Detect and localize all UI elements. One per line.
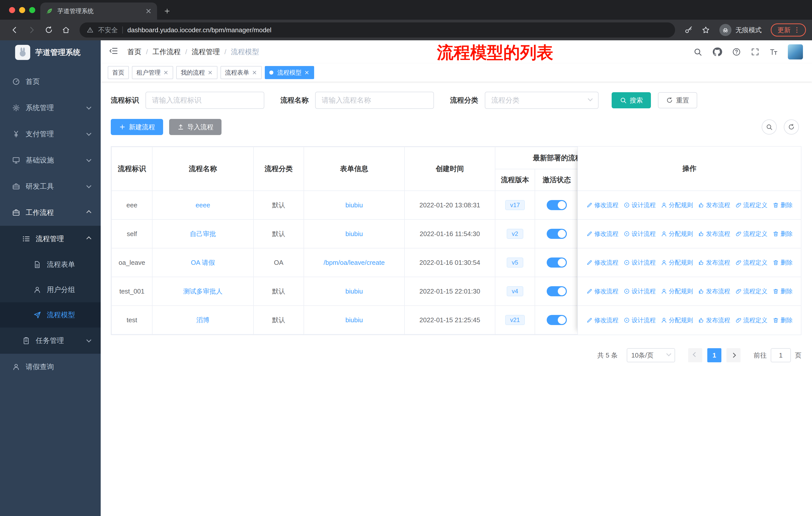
delete-link[interactable]: 删除 — [773, 316, 793, 324]
breadcrumb-item[interactable]: 首页 — [127, 47, 141, 57]
form-info-link[interactable]: biubiu — [345, 230, 363, 238]
process-name-input[interactable] — [315, 92, 434, 109]
process-category-select[interactable]: 流程分类 — [485, 92, 599, 109]
reset-button[interactable]: 重置 — [658, 92, 697, 108]
goto-page-input[interactable] — [771, 348, 791, 362]
sidebar-item-workflow[interactable]: 工作流程 — [0, 199, 101, 226]
fullscreen-icon[interactable] — [751, 47, 760, 56]
zoom-window-button[interactable] — [29, 7, 35, 13]
toggle-search-button[interactable] — [762, 119, 777, 135]
design-process-link[interactable]: 设计流程 — [624, 287, 656, 295]
delete-link[interactable]: 删除 — [773, 230, 793, 238]
close-icon[interactable] — [207, 70, 213, 75]
process-name-link[interactable]: OA 请假 — [191, 259, 215, 266]
assign-rule-link[interactable]: 分配规则 — [661, 287, 693, 295]
design-process-link[interactable]: 设计流程 — [624, 201, 656, 209]
process-id-input[interactable] — [145, 92, 264, 109]
sidebar-item-system[interactable]: 系统管理 — [0, 95, 101, 121]
close-icon[interactable] — [252, 70, 257, 75]
close-icon[interactable] — [163, 70, 169, 75]
sidebar-item-infrastructure[interactable]: 基础设施 — [0, 147, 101, 173]
design-process-link[interactable]: 设计流程 — [624, 259, 656, 267]
edit-process-link[interactable]: 修改流程 — [586, 230, 618, 238]
process-name-link[interactable]: 滔博 — [196, 316, 209, 324]
active-status-toggle[interactable] — [547, 257, 567, 268]
page-size-select[interactable]: 10条/页 — [627, 348, 675, 362]
reload-button[interactable] — [40, 21, 57, 38]
search-button[interactable]: 搜索 — [612, 92, 651, 108]
new-tab-button[interactable] — [160, 4, 174, 18]
avatar[interactable] — [788, 44, 803, 59]
current-page-button[interactable]: 1 — [707, 348, 721, 362]
sidebar-item-process-form[interactable]: 流程表单 — [0, 252, 101, 277]
sidebar-item-user-group[interactable]: 用户分组 — [0, 277, 101, 302]
password-key-icon[interactable] — [680, 21, 697, 38]
form-info-link[interactable]: biubiu — [345, 201, 363, 209]
publish-process-link[interactable]: 发布流程 — [698, 287, 730, 295]
assign-rule-link[interactable]: 分配规则 — [661, 230, 693, 238]
sidebar-item-dev-tools[interactable]: 研发工具 — [0, 173, 101, 199]
assign-rule-link[interactable]: 分配规则 — [661, 201, 693, 209]
process-name-link[interactable]: 测试多审批人 — [183, 288, 223, 295]
delete-link[interactable]: 删除 — [773, 287, 793, 295]
tag-home[interactable]: 首页 — [108, 66, 129, 79]
prev-page-button[interactable] — [688, 348, 702, 362]
sidebar-item-task-management[interactable]: 任务管理 — [0, 328, 101, 354]
active-status-toggle[interactable] — [547, 229, 567, 239]
tag-process-form[interactable]: 流程表单 — [221, 66, 262, 79]
active-status-toggle[interactable] — [547, 200, 567, 210]
refresh-table-button[interactable] — [784, 119, 799, 135]
address-bar[interactable]: 不安全 dashboard.yudao.iocoder.cn/bpm/manag… — [80, 22, 675, 37]
help-icon[interactable] — [732, 47, 741, 56]
design-process-link[interactable]: 设计流程 — [624, 230, 656, 238]
tag-tenant[interactable]: 租户管理 — [132, 66, 173, 79]
active-status-toggle[interactable] — [547, 315, 567, 325]
font-size-icon[interactable] — [769, 47, 778, 56]
delete-link[interactable]: 删除 — [773, 259, 793, 267]
process-name-link[interactable]: eeee — [196, 201, 210, 209]
publish-process-link[interactable]: 发布流程 — [698, 230, 730, 238]
browser-update-button[interactable]: 更新 — [771, 23, 806, 36]
github-icon[interactable] — [712, 47, 722, 57]
publish-process-link[interactable]: 发布流程 — [698, 259, 730, 267]
assign-rule-link[interactable]: 分配规则 — [661, 259, 693, 267]
assign-rule-link[interactable]: 分配规则 — [661, 316, 693, 324]
process-name-link[interactable]: 自己审批 — [190, 230, 216, 238]
active-status-toggle[interactable] — [547, 286, 567, 296]
sidebar-item-process-management[interactable]: 流程管理 — [0, 226, 101, 252]
process-definition-link[interactable]: 流程定义 — [735, 287, 767, 295]
process-definition-link[interactable]: 流程定义 — [735, 230, 767, 238]
breadcrumb-item[interactable]: 流程管理 — [181, 47, 220, 57]
create-process-button[interactable]: 新建流程 — [111, 119, 163, 135]
process-definition-link[interactable]: 流程定义 — [735, 201, 767, 209]
forward-button[interactable] — [23, 21, 40, 38]
form-info-link[interactable]: biubiu — [345, 288, 363, 295]
design-process-link[interactable]: 设计流程 — [624, 316, 656, 324]
next-page-button[interactable] — [726, 348, 741, 362]
more-menu-icon[interactable] — [793, 26, 801, 34]
tag-my-process[interactable]: 我的流程 — [176, 66, 218, 79]
process-definition-link[interactable]: 流程定义 — [735, 259, 767, 267]
form-info-link[interactable]: /bpm/oa/leave/create — [324, 259, 385, 266]
delete-link[interactable]: 删除 — [773, 201, 793, 209]
close-window-button[interactable] — [9, 7, 15, 13]
edit-process-link[interactable]: 修改流程 — [586, 201, 618, 209]
publish-process-link[interactable]: 发布流程 — [698, 201, 730, 209]
browser-tab[interactable]: 芋道管理系统 — [40, 2, 157, 20]
edit-process-link[interactable]: 修改流程 — [586, 259, 618, 267]
sidebar-fold-icon[interactable] — [109, 46, 118, 58]
bookmark-star-icon[interactable] — [697, 21, 714, 38]
form-info-link[interactable]: biubiu — [345, 316, 363, 324]
tab-close-icon[interactable] — [145, 7, 152, 15]
minimize-window-button[interactable] — [19, 7, 25, 13]
tag-process-model[interactable]: 流程模型 — [265, 66, 314, 79]
close-icon[interactable] — [304, 70, 310, 75]
sidebar-item-process-model[interactable]: 流程模型 — [0, 302, 101, 328]
edit-process-link[interactable]: 修改流程 — [586, 287, 618, 295]
import-process-button[interactable]: 导入流程 — [169, 119, 222, 135]
sidebar-item-leave-query[interactable]: 请假查询 — [0, 354, 101, 380]
breadcrumb-item[interactable]: 工作流程 — [141, 47, 181, 57]
search-icon[interactable] — [693, 47, 702, 56]
back-button[interactable] — [6, 21, 23, 38]
sidebar-item-payment[interactable]: 支付管理 — [0, 121, 101, 147]
